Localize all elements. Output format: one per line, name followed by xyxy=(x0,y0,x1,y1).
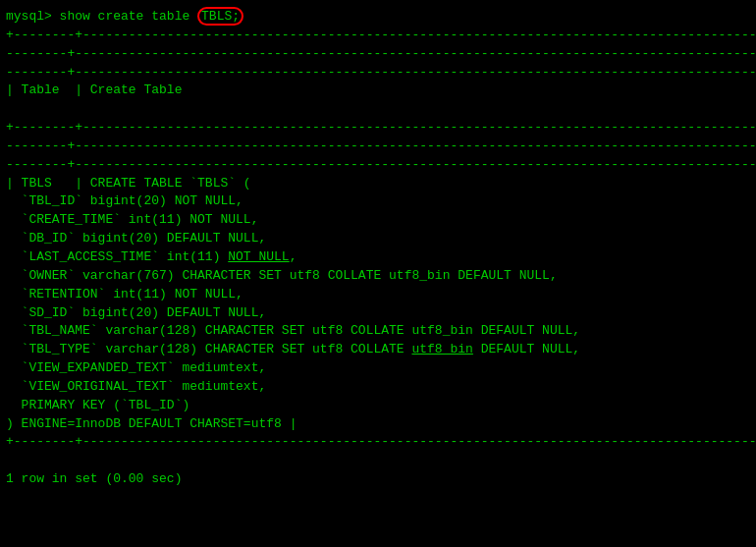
separator-2: --------+-------------------------------… xyxy=(6,45,750,64)
create-line-0: | TBLS | CREATE TABLE `TBLS` ( xyxy=(6,175,750,193)
create-line-5: `OWNER` varchar(767) CHARACTER SET utf8 … xyxy=(6,267,750,286)
create-line-1: `TBL_ID` bigint(20) NOT NULL, xyxy=(6,192,750,211)
create-line-9: `TBL_TYPE` varchar(128) CHARACTER SET ut… xyxy=(6,341,750,359)
create-line-2: `CREATE_TIME` int(11) NOT NULL, xyxy=(6,211,750,230)
create-line-7: `SD_ID` bigint(20) DEFAULT NULL, xyxy=(6,304,750,323)
command-line: mysql> show create table TBLS; xyxy=(6,8,750,27)
create-line-4: `LAST_ACCESS_TIME` int(11) NOT NULL, xyxy=(6,248,750,267)
separator-3: --------+-------------------------------… xyxy=(6,64,750,82)
underline-utf8bin: utf8_bin xyxy=(411,342,472,356)
separator-4 xyxy=(6,100,750,119)
create-line-8: `TBL_NAME` varchar(128) CHARACTER SET ut… xyxy=(6,322,750,341)
separator-1: +--------+------------------------------… xyxy=(6,27,750,45)
create-line-11: `VIEW_ORIGINAL_TEXT` mediumtext, xyxy=(6,378,750,397)
separator-7: --------+-------------------------------… xyxy=(6,156,750,175)
separator-6: --------+-------------------------------… xyxy=(6,137,750,156)
prompt: mysql> show create table xyxy=(6,9,197,24)
empty-line xyxy=(6,452,750,470)
create-line-13: ) ENGINE=InnoDB DEFAULT CHARSET=utf8 | xyxy=(6,415,750,434)
terminal-window: mysql> show create table TBLS; +--------… xyxy=(6,8,750,539)
underline-notnull: NOT NULL xyxy=(228,249,289,264)
create-line-12: PRIMARY KEY (`TBL_ID`) xyxy=(6,397,750,415)
create-line-6: `RETENTION` int(11) NOT NULL, xyxy=(6,286,750,304)
highlighted-tbls: TBLS; xyxy=(197,7,243,26)
result-count: 1 row in set (0.00 sec) xyxy=(6,470,750,489)
header-row: | Table | Create Table xyxy=(6,82,750,100)
separator-5: +--------+------------------------------… xyxy=(6,119,750,137)
separator-bottom: +--------+------------------------------… xyxy=(6,433,750,452)
create-line-10: `VIEW_EXPANDED_TEXT` mediumtext, xyxy=(6,359,750,378)
create-line-3: `DB_ID` bigint(20) DEFAULT NULL, xyxy=(6,230,750,248)
